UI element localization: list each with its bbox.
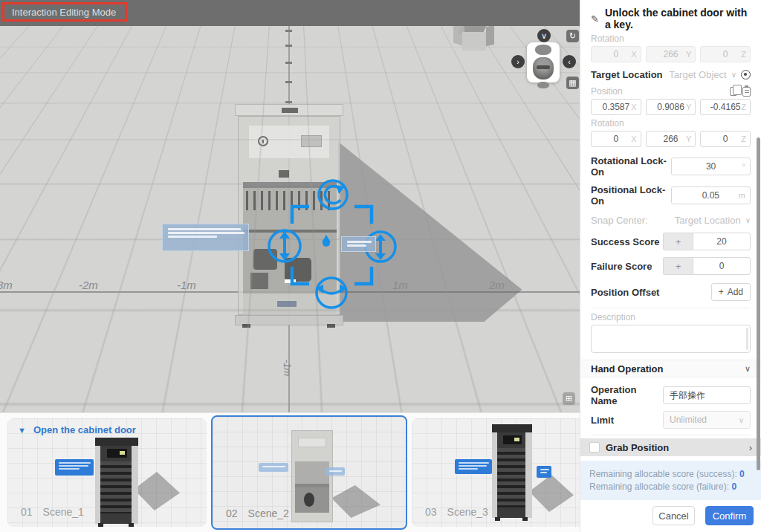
description-textarea[interactable] [591,325,751,353]
avatar-selected[interactable] [533,57,554,80]
success-score-plus-button[interactable]: + [663,233,693,250]
scene-index: 03 [425,506,437,518]
axis-x-suffix: X [631,103,636,111]
position-z-field[interactable]: -0.4165Z [700,99,751,115]
grab-position-checkbox[interactable] [589,442,600,452]
position-x-field[interactable]: 0.3587X [591,99,641,115]
interaction-dropdown[interactable]: ▼ Open the cabinet door [18,424,136,435]
failure-score-plus-button[interactable]: + [663,257,693,275]
chevron-right-icon: › [749,442,752,453]
3d-viewport[interactable]: 3m -2m -1m 1m 2m -1m [0,0,580,412]
failure-score-value: 0 [719,261,725,271]
positional-lock-field[interactable]: 0.05 m [671,186,751,204]
tooltip-text-line [459,462,489,464]
rotation-z-value: 0 [723,49,728,59]
success-score-value: 20 [716,236,726,247]
limit-select[interactable]: Unlimited ∨ [663,411,751,429]
mini-cabinet-slats [497,448,525,507]
position-y-value: 0.9086 [657,102,684,112]
remaining-success-value: 0 [739,469,745,479]
cancel-button[interactable]: Cancel [652,506,695,525]
add-position-offset-button[interactable]: + Add [711,283,751,301]
success-score-field[interactable]: 20 [693,233,751,250]
reset-icon: ↻ [569,31,576,41]
grab-position-label: Grab Position [606,442,743,453]
viewport-topbar: Interaction Editing Mode [0,0,580,26]
operation-name-input[interactable] [663,386,751,404]
textarea-scrollbar[interactable] [746,328,748,350]
move-gizmo-left[interactable] [269,230,300,262]
grab-position-section[interactable]: Grab Position › [580,438,761,456]
scene-card-1[interactable]: ▼ Open the cabinet door 01 [7,418,207,527]
hand-operation-section-header[interactable]: Hand Operation ∨ [580,360,761,377]
tooltip-text-line [59,465,88,467]
rotation-y-field[interactable]: 266Y [646,131,696,147]
axis-z-suffix: Z [741,134,746,143]
limit-value: Unlimited [670,415,707,425]
confirm-button[interactable]: Confirm [705,506,754,525]
remaining-success-line: Remaining allocable score (success): 0 [589,469,752,479]
rotate-gizmo-top[interactable] [319,181,347,209]
panel-toggle-button[interactable]: ⊞ [563,392,575,405]
axis-z-suffix: Z [741,50,746,59]
rotational-lock-label: Rotational Lock-On [591,155,671,178]
rotation-z-field[interactable]: 0Z [700,131,751,147]
mini-cabinet-panel [298,438,327,447]
tooltip-text-line [459,465,487,467]
paste-icon[interactable] [742,87,751,97]
target-location-row: Target Location Target Object ∨ [591,69,751,80]
rotation-x-field[interactable]: 0X [591,131,641,147]
failure-score-field[interactable]: 0 [693,257,751,275]
rotation-disabled-label: Rotation [591,33,751,44]
scene-index: 01 [21,506,33,518]
limit-label: Limit [591,415,614,426]
rotation-y-value: 266 [663,49,678,59]
axis-y-suffix: Y [686,103,691,111]
panel-scrollbar[interactable] [757,137,760,470]
scene-label: 01 Scene_1 [21,506,84,518]
chevron-down-icon: ∨ [731,71,736,79]
grid-view-button[interactable]: ▦ [566,77,579,89]
avatar-next-button[interactable]: ‹ [563,55,576,68]
mini-cabinet-cap [95,438,138,446]
annotation-tooltip [341,236,376,252]
avatar-prev-button[interactable]: › [511,55,525,68]
snap-center-select[interactable]: Target Location [675,215,741,226]
rotation-z-field[interactable]: 0Z [700,46,751,62]
locate-icon[interactable] [741,70,751,80]
edit-icon[interactable]: ✎ [591,13,599,25]
transform-gizmo [0,0,580,412]
success-score-row: Success Score + 20 [591,233,751,250]
mini-cabinet-cap [492,424,532,432]
target-object-select[interactable]: Target Object [669,69,726,80]
avatar-carousel[interactable] [527,42,560,82]
rotational-lock-value: 30 [706,161,716,172]
rotation-y-field[interactable]: 266Y [646,46,696,62]
scene-index: 02 [226,507,238,519]
tooltip-text-line [262,466,285,467]
mini-cabinet-closed [95,438,138,524]
position-y-field[interactable]: 0.9086Y [646,99,696,115]
rotation-x-field[interactable]: 0X [591,46,641,62]
add-label: Add [728,287,743,297]
rotational-lock-field[interactable]: 30 ° [671,158,751,175]
scene-card-2[interactable]: 02 Scene_2 [211,415,407,530]
copy-icon[interactable] [730,87,737,96]
reset-view-button[interactable]: ↻ [566,30,579,42]
avatar-prev-thumb[interactable] [535,45,551,55]
rotate-gizmo-bottom[interactable] [316,278,347,308]
droplet-icon [322,235,331,247]
remaining-failure-label: Remaining allocable score (failure): [589,481,729,492]
plus-icon: + [719,287,724,297]
tooltip-text-line [347,244,366,247]
tooltip-text-line [168,236,217,238]
panel-bottom: Grab Position › Remaining allocable scor… [580,438,761,532]
rotation-x-value: 0 [613,49,618,59]
avatar-next-thumb[interactable] [537,82,549,88]
tooltip-text-line [168,228,241,230]
chevron-down-icon: ∨ [745,216,751,224]
chevron-left-icon: ‹ [568,58,571,66]
collapse-avatar-button[interactable]: ∨ [537,29,551,42]
remaining-score-info: Remaining allocable score (success): 0 R… [580,461,761,500]
failure-score-label: Failure Score [591,261,652,272]
